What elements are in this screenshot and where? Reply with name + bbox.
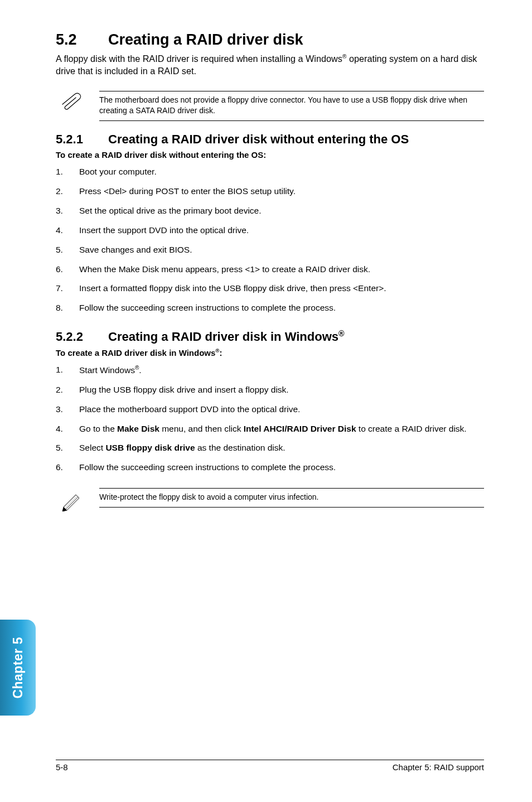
list-item: 1.Start Windows®. xyxy=(56,364,484,376)
note-block: The motherboard does not provide a flopp… xyxy=(56,91,484,121)
chapter-tab: Chapter 5 xyxy=(0,620,36,716)
list-item: 6.Follow the succeeding screen instructi… xyxy=(56,462,484,474)
list-item: 2.Plug the USB floppy disk drive and ins… xyxy=(56,384,484,396)
list-item: 3.Place the motherboard support DVD into… xyxy=(56,404,484,416)
list-item: 1.Boot your computer. xyxy=(56,166,484,178)
section-number: 5.2 xyxy=(56,31,108,49)
paperclip-icon xyxy=(56,91,87,114)
subsection-title: Creating a RAID driver disk in Windows® xyxy=(108,330,345,344)
steps-list: 1.Start Windows®. 2.Plug the USB floppy … xyxy=(56,364,484,474)
list-item: 5.Save changes and exit BIOS. xyxy=(56,244,484,256)
list-item: 4.Insert the support DVD into the optica… xyxy=(56,225,484,236)
note-text: Write-protect the floppy disk to avoid a… xyxy=(99,488,484,508)
list-item: 8.Follow the succeeding screen instructi… xyxy=(56,302,484,314)
note-text: The motherboard does not provide a flopp… xyxy=(99,91,484,121)
subsection-title: Creating a RAID driver disk without ente… xyxy=(108,132,409,146)
section-title: Creating a RAID driver disk xyxy=(108,31,303,48)
section-heading: 5.2Creating a RAID driver disk xyxy=(56,31,484,49)
list-item: 4.Go to the Make Disk menu, and then cli… xyxy=(56,423,484,435)
lead-line: To create a RAID driver disk in Windows®… xyxy=(56,347,484,357)
subsection-number: 5.2.2 xyxy=(56,330,108,344)
list-item: 5.Select USB floppy disk drive as the de… xyxy=(56,442,484,454)
footer-chapter-label: Chapter 5: RAID support xyxy=(393,762,484,772)
pencil-icon xyxy=(56,488,87,511)
page-footer: 5-8 Chapter 5: RAID support xyxy=(56,760,484,772)
list-item: 2.Press <Del> during POST to enter the B… xyxy=(56,186,484,197)
subsection-number: 5.2.1 xyxy=(56,132,108,147)
subsection-heading: 5.2.2Creating a RAID driver disk in Wind… xyxy=(56,328,484,344)
subsection-heading: 5.2.1Creating a RAID driver disk without… xyxy=(56,132,484,147)
lead-line: To create a RAID driver disk without ent… xyxy=(56,150,484,160)
list-item: 7.Insert a formatted floppy disk into th… xyxy=(56,283,484,294)
list-item: 6.When the Make Disk menu appears, press… xyxy=(56,264,484,276)
steps-list: 1.Boot your computer. 2.Press <Del> duri… xyxy=(56,166,484,314)
intro-paragraph: A floppy disk with the RAID driver is re… xyxy=(56,52,484,78)
page-number: 5-8 xyxy=(56,762,68,772)
note-block: Write-protect the floppy disk to avoid a… xyxy=(56,488,484,511)
list-item: 3.Set the optical drive as the primary b… xyxy=(56,205,484,217)
chapter-tab-label: Chapter 5 xyxy=(11,637,26,699)
